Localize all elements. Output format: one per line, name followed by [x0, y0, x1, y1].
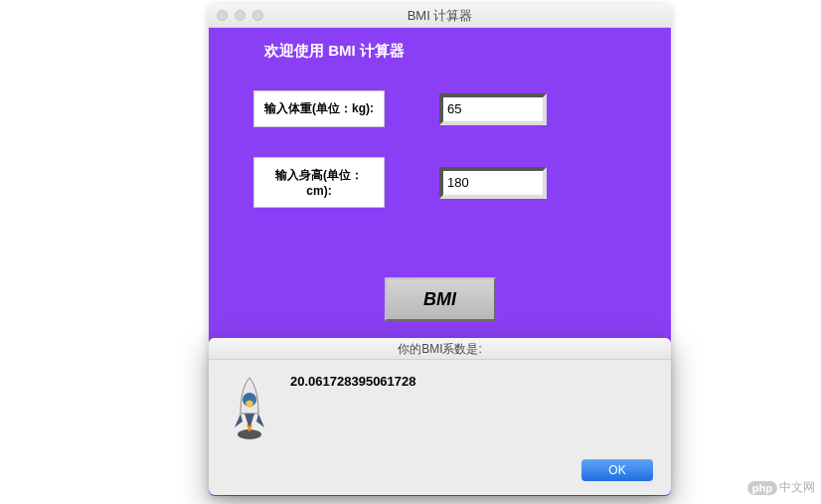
zoom-window-button[interactable] [252, 10, 263, 21]
weight-input-wrap [439, 93, 547, 125]
dialog-footer: OK [581, 459, 653, 481]
weight-row: 输入体重(单位：kg): [253, 90, 671, 127]
window-controls [217, 10, 263, 21]
php-badge: php [747, 481, 777, 495]
window-title: BMI 计算器 [209, 7, 671, 25]
dialog-body: 20.061728395061728 [209, 360, 671, 441]
titlebar: BMI 计算器 [209, 4, 671, 28]
height-input-wrap [439, 167, 547, 199]
height-label: 输入身高(单位：cm): [253, 157, 385, 208]
welcome-heading: 欢迎使用 BMI 计算器 [264, 42, 671, 61]
weight-input[interactable] [443, 101, 543, 116]
rocket-icon [229, 372, 270, 441]
dialog-title: 你的BMI系数是: [209, 338, 671, 360]
watermark: php 中文网 [747, 479, 815, 496]
close-window-button[interactable] [217, 10, 228, 21]
height-row: 输入身高(单位：cm): [253, 157, 671, 208]
ok-button[interactable]: OK [581, 459, 653, 481]
weight-label: 输入体重(单位：kg): [253, 90, 385, 127]
height-input[interactable] [443, 175, 543, 190]
minimize-window-button[interactable] [235, 10, 246, 21]
watermark-text: 中文网 [779, 479, 815, 496]
dialog-message: 20.061728395061728 [290, 374, 416, 389]
result-dialog: 你的BMI系数是: 20.061728395061728 OK [209, 338, 671, 495]
calculate-bmi-button[interactable]: BMI [385, 277, 496, 321]
